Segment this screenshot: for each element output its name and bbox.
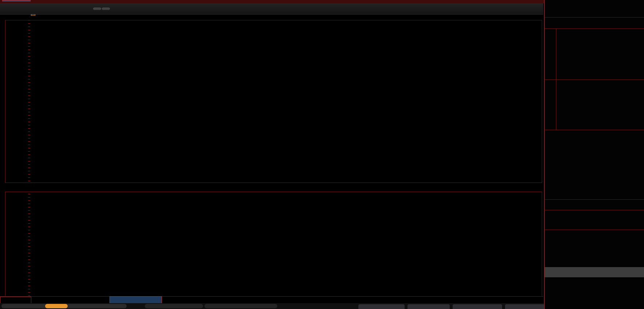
- divider: [545, 17, 644, 17]
- bottom-tab[interactable]: [145, 304, 203, 308]
- divider: [545, 199, 644, 200]
- divider: [545, 210, 644, 210]
- divider: [545, 28, 644, 29]
- main-chart-canvas[interactable]: [0, 0, 543, 309]
- bottom-tab[interactable]: [204, 304, 277, 308]
- orderbook-divider: [556, 28, 556, 130]
- indicator-row-main: [31, 14, 38, 16]
- bottom-tab[interactable]: [408, 304, 450, 309]
- indicator-row-sub: [5, 183, 542, 192]
- divider: [545, 130, 644, 130]
- period-label-button[interactable]: [0, 297, 31, 304]
- panel-tabs: [545, 230, 644, 240]
- bottom-tab[interactable]: [358, 304, 405, 309]
- bottom-tab[interactable]: [453, 304, 502, 309]
- section-header: [545, 267, 644, 277]
- divider: [545, 79, 644, 80]
- trading-app-window: [0, 0, 644, 309]
- date-position-box[interactable]: [110, 296, 162, 304]
- quote-header: [545, 4, 644, 16]
- main-indicator-dropdown[interactable]: [31, 14, 35, 16]
- scrollbar-thumb[interactable]: [45, 304, 68, 308]
- current-price-tag: [2, 0, 31, 1]
- divider: [545, 230, 644, 230]
- x-axis-bar: [0, 296, 543, 304]
- quote-panel: [544, 0, 644, 309]
